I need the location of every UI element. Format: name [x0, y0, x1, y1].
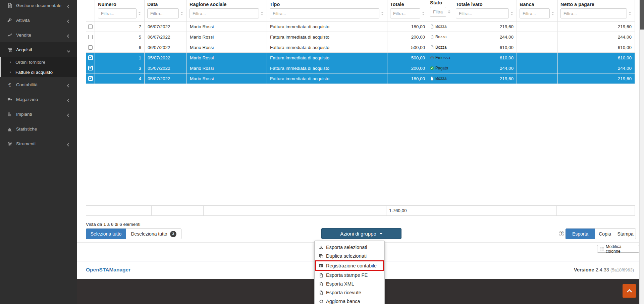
gear-icon: [6, 141, 13, 146]
cell-totale-ivato: 244,00: [453, 32, 517, 42]
modify-columns-button[interactable]: Modifica colonne: [597, 245, 639, 253]
brand-link[interactable]: OpenSTAManager: [86, 267, 130, 273]
cell-totale-ivato: 610,00: [453, 53, 517, 63]
sidebar-item-acquisti[interactable]: Acquisti: [0, 42, 77, 57]
clone-icon: [319, 254, 324, 258]
sort-carets[interactable]: [510, 12, 514, 15]
sidebar-item-label: Vendite: [16, 33, 31, 38]
cell-stato: Bozza: [428, 21, 453, 32]
table-row[interactable]: 7 06/07/2022 Mario Rossi Fattura immedia…: [86, 21, 635, 32]
cell-totale: 500,00: [387, 53, 428, 63]
sort-carets[interactable]: [180, 12, 184, 15]
checkbox-icon: [88, 66, 93, 70]
menu-item-label: Esporta stampe FE: [326, 272, 368, 278]
cell-banca: [517, 63, 558, 73]
table-row[interactable]: 3 05/07/2022 Mario Rossi Fattura immedia…: [86, 63, 635, 73]
menu-item[interactable]: Esporta stampe FE: [315, 271, 384, 280]
sort-carets[interactable]: [628, 12, 632, 15]
deselect-all-button[interactable]: Deseleziona tutto 3: [126, 229, 181, 239]
cell-netto-a-pagare: 219,60: [558, 73, 635, 84]
chevron-icon: [67, 84, 70, 88]
select-all-button[interactable]: Seleziona tutto: [86, 229, 126, 239]
sort-carets[interactable]: [551, 12, 555, 15]
menu-item[interactable]: Esporta XML: [315, 280, 384, 288]
cell-data: 06/07/2022: [145, 42, 187, 52]
sidebar-item[interactable]: Gestione documentale: [0, 0, 77, 13]
row-checkbox[interactable]: [86, 73, 95, 84]
cell-data: 05/07/2022: [145, 53, 187, 63]
column-filter-input[interactable]: [390, 8, 420, 18]
table-row[interactable]: 1 05/07/2022 Mario Rossi Fattura immedia…: [86, 53, 635, 63]
cell-tipo: Fattura immediata di acquisto: [267, 42, 387, 52]
scrollbar-thumb[interactable]: [640, 0, 644, 30]
column-filter-input[interactable]: [560, 8, 627, 18]
totals-cell: [557, 205, 635, 216]
archive-file-icon: [319, 273, 324, 277]
cell-numero: 3: [95, 63, 145, 73]
column-filter-input[interactable]: [520, 8, 550, 18]
column-title: Totale: [390, 2, 425, 7]
sidebar-item[interactable]: Strumenti: [0, 136, 77, 151]
machine-icon: [6, 112, 13, 117]
column-filter-input[interactable]: [147, 8, 179, 18]
row-checkbox[interactable]: [86, 53, 95, 63]
sidebar-item[interactable]: € Contabilità: [0, 77, 77, 92]
export-bar-button[interactable]: Stampa: [615, 229, 636, 239]
sidebar-item-label: Statistiche: [16, 126, 37, 132]
table-row[interactable]: 5 06/07/2022 Mario Rossi Fattura immedia…: [86, 32, 635, 42]
sort-carets[interactable]: [260, 12, 264, 15]
chevron-right-icon: [9, 61, 11, 63]
export-bar-button[interactable]: Copia: [595, 229, 615, 239]
column-filter-input[interactable]: [98, 8, 137, 18]
column-header: Totale ivato: [453, 0, 517, 21]
group-actions-label: Azioni di gruppo: [340, 231, 376, 237]
column-filter-input[interactable]: [430, 7, 446, 17]
menu-item[interactable]: Esporta selezionati: [315, 243, 384, 252]
row-checkbox[interactable]: [86, 42, 95, 52]
export-bar-button[interactable]: Esporta: [566, 229, 595, 239]
scroll-to-top-button[interactable]: [623, 284, 636, 298]
sort-carets[interactable]: [138, 12, 142, 15]
sort-carets[interactable]: [421, 12, 425, 15]
group-actions-button[interactable]: Azioni di gruppo: [321, 228, 401, 239]
chevron-icon: [67, 35, 70, 38]
column-title: Numero: [98, 2, 142, 7]
sidebar-subitem[interactable]: Ordini fornitore: [0, 57, 77, 67]
cell-numero: 1: [95, 53, 145, 63]
sort-carets[interactable]: [447, 10, 451, 13]
row-checkbox[interactable]: [86, 32, 95, 42]
sidebar-subitem[interactable]: Fatture di acquisto: [0, 67, 77, 77]
sort-carets[interactable]: [380, 12, 384, 15]
caret-down-icon: [379, 233, 383, 235]
totals-cell: [517, 205, 557, 216]
row-checkbox[interactable]: [86, 21, 95, 32]
table-row[interactable]: 4 05/07/2022 Mario Rossi Fattura immedia…: [86, 73, 635, 84]
cell-tipo: Fattura immediata di acquisto: [267, 21, 387, 32]
vertical-scrollbar[interactable]: [639, 0, 644, 304]
cell-tipo: Fattura immediata di acquisto: [267, 53, 387, 63]
table-row[interactable]: 6 06/07/2022 Mario Rossi Fattura immedia…: [86, 42, 635, 53]
checkbox-icon: [88, 24, 93, 29]
menu-item[interactable]: Registrazione contabile: [316, 261, 383, 270]
help-button[interactable]: ?: [559, 231, 564, 236]
totals-cell: [124, 205, 152, 216]
sidebar-item[interactable]: Statistiche: [0, 121, 77, 136]
menu-item[interactable]: Duplica selezionati: [315, 252, 384, 260]
row-checkbox[interactable]: [86, 63, 95, 73]
status-badge: Bozza: [435, 76, 446, 81]
column-header: Totale: [387, 0, 428, 21]
column-title: Tipo: [270, 2, 384, 7]
sidebar-item[interactable]: Magazzino: [0, 92, 77, 107]
cell-totale: 500,00: [387, 42, 428, 52]
columns-list-icon: [600, 247, 604, 251]
column-filter-input[interactable]: [270, 8, 379, 18]
sidebar-item[interactable]: Vendite: [0, 28, 77, 42]
menu-item[interactable]: Esporta ricevute: [315, 288, 384, 297]
column-title: Ragione sociale: [190, 2, 264, 7]
sidebar-item[interactable]: Attività: [0, 13, 77, 28]
menu-item[interactable]: Aggiorna banca: [315, 297, 384, 304]
sidebar-item[interactable]: Impianti: [0, 107, 77, 121]
column-filter-input[interactable]: [456, 8, 509, 18]
cell-data: 06/07/2022: [145, 32, 187, 42]
column-filter-input[interactable]: [190, 8, 259, 18]
